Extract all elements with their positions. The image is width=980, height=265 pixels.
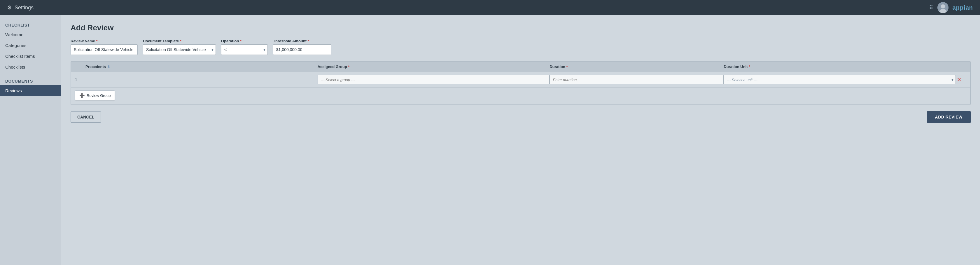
header-assigned-group: Assigned Group *	[318, 64, 550, 69]
threshold-amount-label: Threshold Amount *	[273, 39, 331, 43]
row-precedents: -	[86, 77, 318, 82]
operation-input[interactable]	[221, 45, 268, 55]
delete-row-button[interactable]: ✕	[956, 77, 963, 83]
review-name-group: Review Name *	[71, 39, 138, 55]
sidebar-section-documents: DOCUMENTS	[0, 77, 61, 85]
cancel-button[interactable]: CANCEL	[71, 112, 101, 123]
row-duration-unit: --- Select a unit --- ▾	[724, 75, 956, 85]
sidebar-item-checklists[interactable]: Checklists	[0, 62, 61, 72]
table-header: Precedents ℹ Assigned Group * Duration *…	[71, 62, 970, 72]
table-area: Precedents ℹ Assigned Group * Duration *…	[71, 61, 970, 105]
add-review-button[interactable]: ADD REVIEW	[927, 111, 970, 123]
operation-wrapper: ▾	[221, 45, 268, 55]
sidebar-item-welcome[interactable]: Welcome	[0, 29, 61, 40]
sidebar-item-checklist-items[interactable]: Checklist Items	[0, 51, 61, 62]
main-content: Add Review Review Name * Document Templa…	[61, 15, 980, 265]
group-select-input[interactable]	[318, 75, 550, 85]
operation-label: Operation *	[221, 39, 268, 43]
duration-unit-select[interactable]: --- Select a unit ---	[724, 75, 956, 85]
nav-title: Settings	[14, 5, 33, 11]
gear-icon: ⚙	[7, 4, 12, 11]
document-template-input[interactable]	[143, 45, 216, 55]
top-nav: ⚙ Settings ⠿ appian	[0, 0, 980, 15]
sidebar: CHECKLIST Welcome Categories Checklist I…	[0, 15, 61, 265]
plus-icon: ➕	[80, 93, 85, 98]
review-group-button[interactable]: ➕ Review Group	[75, 91, 115, 101]
review-group-area: ➕ Review Group	[71, 88, 970, 104]
document-template-group: Document Template * ▾	[143, 39, 216, 55]
duration-unit-wrapper: --- Select a unit --- ▾	[724, 75, 956, 85]
avatar[interactable]	[937, 2, 948, 13]
row-duration	[549, 75, 724, 85]
sidebar-item-categories[interactable]: Categories	[0, 40, 61, 51]
grid-icon[interactable]: ⠿	[929, 4, 933, 11]
page-title: Add Review	[71, 23, 970, 32]
header-num	[75, 64, 86, 69]
duration-input[interactable]	[549, 75, 724, 85]
row-delete[interactable]: ✕	[956, 77, 966, 83]
review-name-input[interactable]	[71, 45, 138, 55]
document-template-wrapper: ▾	[143, 45, 216, 55]
threshold-amount-group: Threshold Amount *	[273, 39, 331, 55]
header-delete	[956, 64, 966, 69]
header-precedents: Precedents ℹ	[86, 64, 318, 69]
layout: CHECKLIST Welcome Categories Checklist I…	[0, 15, 980, 265]
bottom-buttons: CANCEL ADD REVIEW	[71, 111, 970, 123]
sidebar-section-checklist: CHECKLIST	[0, 21, 61, 29]
svg-point-1	[941, 4, 945, 8]
operation-group: Operation * ▾	[221, 39, 268, 55]
nav-right: ⠿ appian	[929, 2, 973, 13]
row-group	[318, 75, 550, 85]
header-duration: Duration *	[549, 64, 724, 69]
review-name-label: Review Name *	[71, 39, 138, 43]
form-row: Review Name * Document Template * ▾ Oper…	[71, 39, 970, 55]
threshold-amount-input[interactable]	[273, 45, 331, 55]
table-row: 1 - --- Select a unit --- ▾	[71, 72, 970, 88]
document-template-label: Document Template *	[143, 39, 216, 43]
nav-left: ⚙ Settings	[7, 4, 33, 11]
brand-name: appian	[953, 4, 973, 11]
row-num: 1	[75, 77, 86, 82]
info-icon: ℹ	[108, 65, 110, 69]
header-duration-unit: Duration Unit *	[724, 64, 956, 69]
sidebar-item-reviews[interactable]: Reviews	[0, 85, 61, 96]
